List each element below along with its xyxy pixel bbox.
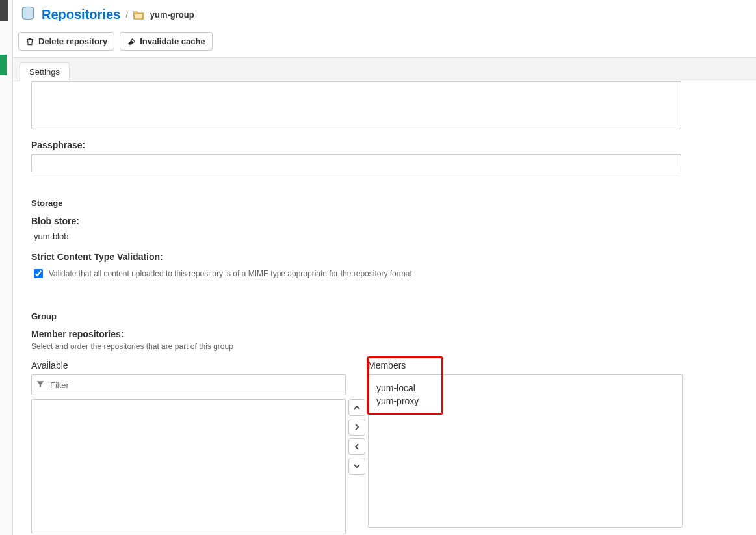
- delete-repository-label: Delete repository: [38, 36, 107, 46]
- delete-repository-button[interactable]: Delete repository: [18, 32, 114, 51]
- member-repos-help: Select and order the repositories that a…: [31, 342, 738, 351]
- breadcrumb-current: yum-group: [150, 10, 194, 20]
- sidebar-active-indicator: [0, 55, 7, 75]
- strict-content-checkbox[interactable]: [34, 269, 43, 278]
- group-heading: Group: [31, 311, 738, 321]
- database-icon: [20, 5, 36, 24]
- key-textarea[interactable]: [31, 81, 681, 129]
- storage-heading: Storage: [31, 198, 738, 208]
- page-title[interactable]: Repositories: [42, 7, 120, 22]
- move-up-button[interactable]: [348, 399, 365, 416]
- available-list[interactable]: [31, 399, 346, 534]
- tab-bar: Settings: [13, 58, 756, 81]
- available-heading: Available: [31, 360, 346, 371]
- invalidate-cache-label: Invalidate cache: [140, 36, 205, 46]
- invalidate-cache-button[interactable]: Invalidate cache: [120, 32, 212, 51]
- available-filter-input[interactable]: [49, 380, 341, 391]
- dual-list: Available: [31, 360, 738, 534]
- move-down-button[interactable]: [348, 458, 365, 475]
- members-heading: Members: [368, 360, 683, 371]
- strict-content-help: Validate that all content uploaded to th…: [49, 269, 412, 278]
- member-item[interactable]: yum-proxy: [375, 395, 675, 408]
- breadcrumb-separator: /: [125, 10, 128, 20]
- filter-icon: [36, 380, 45, 391]
- form-area: Passphrase: Storage Blob store: yum-blob…: [13, 81, 756, 535]
- blob-store-value: yum-blob: [34, 231, 738, 241]
- passphrase-input[interactable]: [31, 154, 681, 172]
- members-list[interactable]: yum-local yum-proxy: [368, 374, 683, 528]
- member-repos-label: Member repositories:: [31, 329, 738, 339]
- collapsed-sidebar[interactable]: [0, 0, 13, 535]
- action-toolbar: Delete repository Invalidate cache: [13, 29, 756, 58]
- strict-content-label: Strict Content Type Validation:: [31, 252, 738, 262]
- passphrase-label: Passphrase:: [31, 140, 738, 150]
- eraser-icon: [127, 37, 136, 46]
- mover-buttons: [348, 399, 365, 475]
- trash-icon: [25, 37, 34, 46]
- header: Repositories / yum-group: [13, 0, 756, 29]
- tab-settings[interactable]: Settings: [20, 62, 70, 81]
- move-left-button[interactable]: [348, 438, 365, 455]
- blob-store-label: Blob store:: [31, 216, 738, 226]
- move-right-button[interactable]: [348, 419, 365, 436]
- sidebar-handle[interactable]: [0, 0, 8, 21]
- member-item[interactable]: yum-local: [375, 382, 675, 395]
- folder-icon: [133, 10, 144, 20]
- available-filter[interactable]: [31, 374, 346, 395]
